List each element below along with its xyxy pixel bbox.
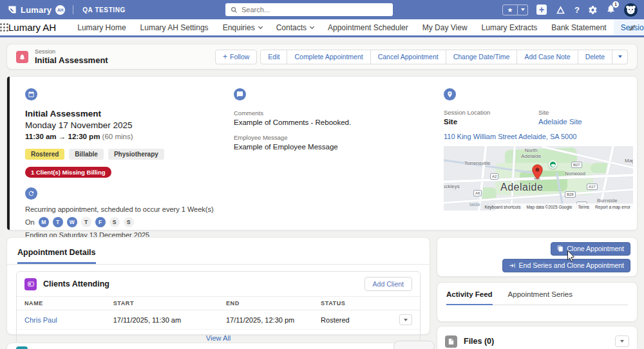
activity-panel: Activity Feed Appointment Series bbox=[437, 282, 638, 322]
environment-label: QA TESTING bbox=[82, 6, 126, 14]
map-label-burnside: Burnside bbox=[597, 198, 618, 203]
billable-chip: Billable bbox=[69, 149, 104, 160]
setup-gear-icon[interactable] bbox=[588, 5, 598, 15]
missing-billing-badge: 1 Client(s) Missing Billing bbox=[25, 167, 111, 178]
location-pin-icon bbox=[444, 88, 456, 100]
trailhead-icon[interactable] bbox=[555, 5, 566, 15]
day-saturday: S bbox=[109, 217, 120, 227]
comments-column: Comments Example of Comments - Rebooked.… bbox=[234, 88, 430, 151]
record-type-label: Session bbox=[35, 48, 108, 55]
star-icon: ★ bbox=[507, 6, 513, 14]
record-actions: +Follow Edit Complete Appointment Cancel… bbox=[215, 50, 628, 64]
road-shield: A17 bbox=[587, 184, 598, 190]
tab-lumary-extracts[interactable]: Lumary Extracts bbox=[475, 19, 545, 35]
activity-tabs: Activity Feed Appointment Series bbox=[446, 290, 628, 305]
keyboard-shortcuts-link[interactable]: Keyboard shortcuts bbox=[484, 205, 520, 209]
mouse-cursor bbox=[567, 250, 575, 262]
follow-button[interactable]: +Follow bbox=[215, 50, 257, 64]
app-launcher-button[interactable] bbox=[0, 19, 8, 35]
search-input[interactable] bbox=[242, 6, 388, 14]
road-shield: B27 bbox=[571, 162, 582, 168]
quick-create-button[interactable]: + bbox=[536, 5, 547, 15]
clients-attending-header: Clients Attending Add Client bbox=[17, 272, 420, 296]
day-friday: F bbox=[95, 217, 106, 227]
day-tuesday: T bbox=[53, 217, 63, 227]
edit-nav-pencil-icon[interactable] bbox=[629, 24, 636, 32]
clone-actions-panel: Clone Appointment End Series and Clone A… bbox=[437, 237, 638, 277]
day-wednesday: W bbox=[67, 217, 77, 227]
notifications-button[interactable]: 1 bbox=[606, 4, 616, 16]
address-link[interactable]: 110 King William Street Adelaide, SA 500… bbox=[444, 133, 576, 140]
add-client-button[interactable]: Add Client bbox=[365, 277, 412, 291]
day-sunday: S bbox=[124, 217, 134, 227]
plus-icon: + bbox=[223, 52, 227, 61]
tab-contacts[interactable]: Contacts bbox=[269, 19, 321, 35]
record-action-group: Edit Complete Appointment Cancel Appoint… bbox=[260, 50, 628, 64]
session-title: Initial Assessment bbox=[25, 109, 222, 118]
clients-attending-title: Clients Attending bbox=[43, 279, 109, 288]
nav-tabs: Lumary Home Lumary AH Settings Enquiries… bbox=[70, 19, 644, 35]
tab-appointment-scheduler[interactable]: Appointment Scheduler bbox=[321, 19, 415, 35]
map-attribution: Keyboard shortcuts Map data ©2025 Google… bbox=[495, 203, 633, 211]
day-thursday: T bbox=[81, 217, 91, 227]
tab-my-day-view[interactable]: My Day View bbox=[415, 19, 475, 35]
session-location-value: Site bbox=[444, 118, 538, 126]
tab-enquiries[interactable]: Enquiries bbox=[216, 19, 269, 35]
column-header-status: STATUS bbox=[313, 297, 392, 310]
next-section-panel bbox=[6, 343, 430, 349]
map-widget[interactable]: North Adelaide Torrensville ockleys Norw… bbox=[444, 146, 633, 211]
client-end-cell: 17/11/2025, 12:30 pm bbox=[218, 310, 313, 330]
report-map-error-link[interactable]: Report a map error bbox=[595, 205, 630, 209]
caret-down-icon bbox=[404, 319, 408, 321]
view-all-link[interactable]: View All bbox=[206, 334, 231, 342]
section-icon bbox=[16, 346, 28, 349]
file-icon bbox=[445, 335, 457, 348]
global-header: Lumary AH QA TESTING ★ + ? 1 bbox=[0, 0, 644, 19]
section-button[interactable] bbox=[393, 341, 435, 349]
clients-attending-section: Clients Attending Add Client NAME START … bbox=[16, 271, 421, 348]
more-actions-dropdown-button[interactable] bbox=[612, 50, 628, 64]
add-case-note-button[interactable]: Add Case Note bbox=[517, 50, 578, 64]
caret-down-icon bbox=[521, 8, 525, 11]
change-datetime-button[interactable]: Change Date/Time bbox=[446, 50, 518, 64]
complete-appointment-button[interactable]: Complete Appointment bbox=[287, 50, 370, 64]
files-panel: Files (0) bbox=[437, 326, 638, 349]
road-shield: B28 bbox=[565, 191, 576, 198]
brand-separator bbox=[73, 5, 73, 14]
map-label-adelaide: Adelaide bbox=[500, 182, 543, 193]
map-pin-icon bbox=[532, 164, 543, 180]
row-actions-dropdown-button[interactable] bbox=[399, 314, 412, 325]
terms-link[interactable]: Terms bbox=[578, 205, 589, 209]
column-header-start: START bbox=[106, 297, 218, 310]
global-search[interactable] bbox=[225, 3, 393, 16]
appointment-details-panel: Appointment Details Clients Attending Ad… bbox=[6, 237, 430, 335]
delete-button[interactable]: Delete bbox=[578, 50, 612, 64]
tab-bank-statement[interactable]: Bank Statement bbox=[544, 19, 613, 35]
map-label-torrensville: Torrensville bbox=[464, 160, 490, 166]
client-name-link[interactable]: Chris Paul bbox=[24, 316, 57, 324]
tab-activity-feed[interactable]: Activity Feed bbox=[446, 290, 493, 305]
help-icon[interactable]: ? bbox=[574, 5, 580, 15]
location-column: Session Location Site Site Adelaide Site… bbox=[444, 88, 633, 211]
comments-label: Comments bbox=[234, 109, 430, 117]
tab-appointment-series[interactable]: Appointment Series bbox=[508, 290, 573, 305]
favorites-dropdown-button[interactable] bbox=[518, 5, 528, 15]
files-title: Files (0) bbox=[464, 337, 494, 346]
map-data-label: Map data ©2025 Google bbox=[526, 205, 572, 209]
tab-lumary-home[interactable]: Lumary Home bbox=[70, 19, 133, 35]
column-header-end: END bbox=[218, 297, 313, 310]
clone-appointment-button[interactable]: Clone Appointment bbox=[551, 242, 630, 256]
files-dropdown-button[interactable] bbox=[615, 335, 629, 347]
tab-lumary-ah-settings[interactable]: Lumary AH Settings bbox=[133, 19, 216, 35]
cancel-appointment-button[interactable]: Cancel Appointment bbox=[371, 50, 446, 64]
edit-button[interactable]: Edit bbox=[260, 50, 287, 64]
caret-down-icon bbox=[618, 55, 622, 58]
global-actions: ★ + ? 1 bbox=[502, 0, 638, 19]
favorites-control: ★ bbox=[502, 5, 528, 15]
site-link[interactable]: Adelaide Site bbox=[538, 118, 582, 126]
favorite-star-button[interactable]: ★ bbox=[502, 5, 518, 15]
map-label-partial: laide bbox=[469, 202, 480, 207]
location-fields: Session Location Site Site Adelaide Site bbox=[444, 109, 633, 126]
tab-appointment-details[interactable]: Appointment Details bbox=[17, 248, 96, 264]
user-avatar[interactable] bbox=[624, 3, 638, 17]
